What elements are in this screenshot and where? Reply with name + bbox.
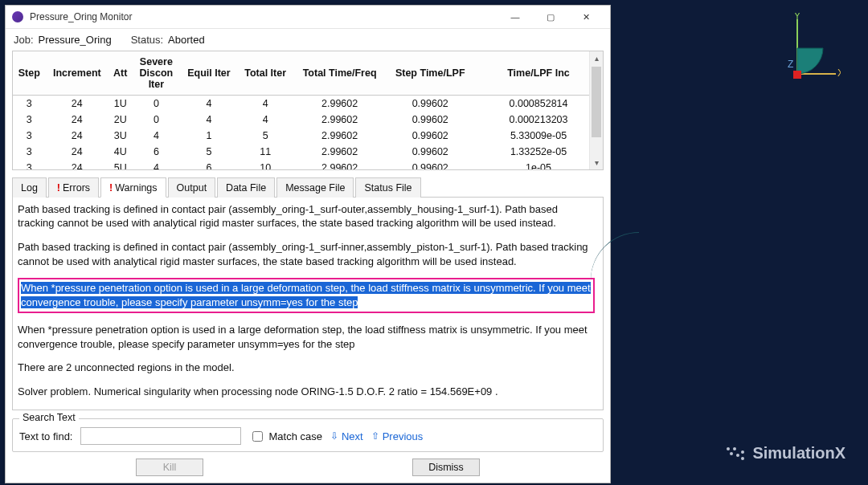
- window-title: Pressure_Oring Monitor: [30, 11, 132, 22]
- cell-total_iter: 4: [238, 96, 293, 112]
- cell-increment: 24: [46, 160, 108, 170]
- axis-triad-icon: X Y Z: [762, 13, 841, 90]
- warning-text: There are 2 unconnected regions in the m…: [18, 361, 595, 375]
- cell-step_time: 0.99602: [386, 128, 474, 144]
- wechat-icon: [725, 446, 746, 462]
- match-case-input[interactable]: [252, 431, 263, 442]
- search-input[interactable]: [80, 427, 241, 445]
- tab-warnings[interactable]: !Warnings: [100, 177, 166, 198]
- warning-highlighted-text: When *pressure penetration option is use…: [21, 282, 591, 308]
- warnings-pane[interactable]: Path based tracking is defined in contac…: [12, 198, 604, 410]
- tab-warnings-label: Warnings: [115, 182, 157, 194]
- tab-message-file[interactable]: Message File: [276, 177, 354, 198]
- svg-text:Z: Z: [788, 59, 793, 70]
- kill-button: Kill: [136, 459, 203, 476]
- table-row[interactable]: 3241U0442.996020.996020.000852814: [13, 96, 603, 112]
- col-total-iter[interactable]: Total Iter: [238, 51, 293, 96]
- dialog-buttons: Kill Dismiss: [6, 452, 610, 483]
- col-step[interactable]: Step: [13, 51, 46, 96]
- col-total-time[interactable]: Total Time/Freq: [293, 51, 387, 96]
- cell-step: 3: [13, 112, 46, 128]
- dismiss-button[interactable]: Dismiss: [412, 459, 480, 476]
- cell-severe: 0: [132, 112, 180, 128]
- cell-total_time: 2.99602: [293, 144, 387, 160]
- cell-total_time: 2.99602: [293, 112, 387, 128]
- col-severe[interactable]: Severe Discon Iter: [132, 51, 180, 96]
- cell-att: 5U: [108, 160, 132, 170]
- cell-equil: 5: [180, 144, 237, 160]
- cell-severe: 4: [132, 160, 180, 170]
- viewport[interactable]: X Y Z SimulationX: [611, 0, 868, 485]
- warning-text: Path based tracking is defined in contac…: [18, 240, 595, 268]
- cell-step_time: 0.99602: [386, 112, 474, 128]
- scroll-up-icon[interactable]: ▴: [590, 51, 603, 65]
- col-step-time[interactable]: Step Time/LPF: [386, 51, 474, 96]
- svg-rect-2: [793, 71, 801, 79]
- tab-status-file[interactable]: Status File: [355, 177, 420, 198]
- monitor-dialog: Pressure_Oring Monitor — ▢ ✕ Job: Pressu…: [5, 5, 611, 483]
- next-label: Next: [342, 430, 363, 442]
- search-legend: Search Text: [19, 412, 79, 423]
- scroll-down-icon[interactable]: ▾: [590, 156, 603, 169]
- watermark: SimulationX: [725, 444, 845, 463]
- status-value: Aborted: [168, 34, 205, 46]
- table-row[interactable]: 3245U46102.996020.996021e-05: [13, 160, 603, 170]
- cell-equil: 1: [180, 128, 237, 144]
- match-case-label: Match case: [268, 430, 321, 442]
- cell-increment: 24: [46, 112, 108, 128]
- warning-highlighted: When *pressure penetration option is use…: [18, 278, 595, 313]
- scroll-thumb[interactable]: [592, 67, 601, 137]
- titlebar[interactable]: Pressure_Oring Monitor — ▢ ✕: [6, 6, 610, 29]
- tab-log[interactable]: Log: [12, 177, 47, 198]
- tab-data-file[interactable]: Data File: [217, 177, 275, 198]
- cell-total_time: 2.99602: [293, 128, 387, 144]
- cell-step: 3: [13, 160, 46, 170]
- table-row[interactable]: 3243U4152.996020.996025.33009e-05: [13, 128, 603, 144]
- cell-att: 3U: [108, 128, 132, 144]
- cell-severe: 4: [132, 128, 180, 144]
- status-label: Status:: [131, 34, 163, 46]
- cell-equil: 4: [180, 96, 237, 112]
- col-att[interactable]: Att: [108, 51, 132, 96]
- table-row[interactable]: 3244U65112.996020.996021.33252e-05: [13, 144, 603, 160]
- cell-total_time: 2.99602: [293, 96, 387, 112]
- search-label: Text to find:: [19, 430, 72, 442]
- cell-increment: 24: [46, 144, 108, 160]
- next-button[interactable]: ⇩Next: [330, 430, 363, 442]
- tab-errors[interactable]: !Errors: [48, 177, 99, 198]
- cell-att: 4U: [108, 144, 132, 160]
- cell-equil: 6: [180, 160, 237, 170]
- maximize-button[interactable]: ▢: [533, 6, 568, 28]
- cell-step_time: 0.99602: [386, 144, 474, 160]
- cell-severe: 6: [132, 144, 180, 160]
- cell-step: 3: [13, 128, 46, 144]
- warning-text: Solver problem. Numerical singularity wh…: [18, 385, 595, 399]
- arrow-up-icon: ⇧: [371, 430, 379, 442]
- close-button[interactable]: ✕: [568, 6, 604, 28]
- tabs: Log !Errors !Warnings Output Data File M…: [12, 177, 604, 198]
- table-row[interactable]: 3242U0442.996020.996020.000213203: [13, 112, 603, 128]
- cell-total_iter: 4: [238, 112, 293, 128]
- previous-label: Previous: [383, 430, 424, 442]
- table-scrollbar[interactable]: ▴ ▾: [589, 51, 603, 169]
- cell-total_iter: 11: [238, 144, 293, 160]
- cell-total_iter: 10: [238, 160, 293, 170]
- cell-total_iter: 5: [238, 128, 293, 144]
- watermark-text: SimulationX: [752, 444, 845, 463]
- tab-output[interactable]: Output: [168, 177, 216, 198]
- svg-text:Y: Y: [794, 13, 800, 22]
- minimize-button[interactable]: —: [497, 6, 533, 28]
- col-equil[interactable]: Equil Iter: [180, 51, 237, 96]
- cell-equil: 4: [180, 112, 237, 128]
- cell-tlpf_inc: 1.33252e-05: [474, 144, 603, 160]
- tab-errors-label: Errors: [63, 182, 90, 194]
- col-tlpf-inc[interactable]: Time/LPF Inc: [474, 51, 603, 96]
- job-label: Job:: [14, 34, 34, 46]
- cell-att: 2U: [108, 112, 132, 128]
- match-case-checkbox[interactable]: Match case: [249, 429, 321, 444]
- bang-icon: !: [109, 182, 113, 194]
- previous-button[interactable]: ⇧Previous: [371, 430, 424, 442]
- cell-severe: 0: [132, 96, 180, 112]
- job-name: Pressure_Oring: [39, 34, 112, 46]
- col-increment[interactable]: Increment: [46, 51, 108, 96]
